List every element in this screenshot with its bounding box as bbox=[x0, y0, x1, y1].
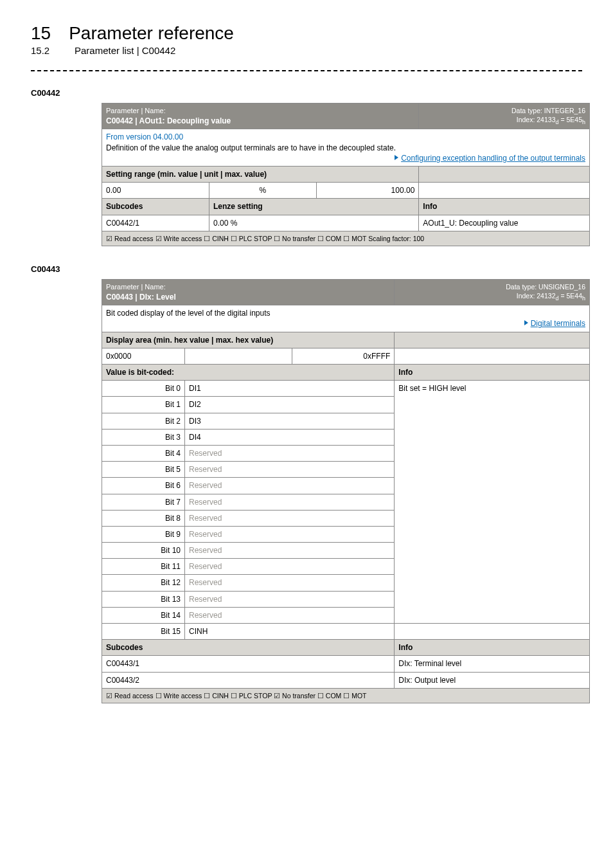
bit-value: DI2 bbox=[185, 397, 395, 413]
display-max: 0xFFFF bbox=[292, 348, 394, 364]
parameter-code-c00443: C00443 bbox=[31, 264, 582, 274]
description-cell: Bit coded display of the level of the di… bbox=[102, 305, 590, 332]
bit-label: Bit 13 bbox=[102, 591, 185, 607]
bit-label: Bit 0 bbox=[102, 381, 185, 397]
chapter-number: 15 bbox=[31, 23, 51, 44]
parameter-name-label: Parameter | Name: bbox=[106, 106, 414, 116]
bit-value: Reserved bbox=[185, 543, 395, 559]
subcode-cell: C00443/1 bbox=[102, 656, 395, 672]
data-type: Data type: UNSIGNED_16 bbox=[398, 282, 585, 291]
lenze-value-cell: 0.00 % bbox=[209, 215, 418, 231]
bit-label: Bit 11 bbox=[102, 559, 185, 575]
bit-label: Bit 3 bbox=[102, 429, 185, 445]
bit-value: Reserved bbox=[185, 526, 395, 542]
subchapter-title: Parameter list | C00442 bbox=[75, 45, 175, 56]
bit-value: Reserved bbox=[185, 494, 395, 510]
description-text: Definition of the value the analog outpu… bbox=[106, 143, 585, 153]
setting-max: 100.00 bbox=[316, 183, 418, 199]
link-configuring-exception[interactable]: Configuring exception handling of the ou… bbox=[401, 154, 585, 163]
parameter-name-value: C00442 | AOut1: Decoupling value bbox=[106, 116, 414, 126]
info-value-cell: AOut1_U: Decoupling value bbox=[419, 215, 590, 231]
setting-min: 0.00 bbox=[102, 183, 209, 199]
version-text: From version 04.00.00 bbox=[106, 132, 585, 142]
description-text: Bit coded display of the level of the di… bbox=[106, 308, 585, 318]
divider-line bbox=[31, 70, 582, 71]
setting-range-header: Setting range (min. value | unit | max. … bbox=[102, 166, 419, 182]
link-digital-terminals[interactable]: Digital terminals bbox=[531, 319, 585, 328]
bit-value: Reserved bbox=[185, 445, 395, 461]
bit-value: Reserved bbox=[185, 591, 395, 607]
table-header-right: Data type: UNSIGNED_16 Index: 24132d = 5… bbox=[395, 279, 590, 305]
subcode-info-cell: DIx: Output level bbox=[395, 672, 590, 688]
bit-coded-header: Value is bit-coded: bbox=[102, 365, 395, 381]
chapter-title: Parameter reference bbox=[69, 23, 234, 44]
subcodes-header: Subcodes bbox=[102, 199, 209, 215]
triangle-icon bbox=[395, 155, 398, 160]
bit-value: Reserved bbox=[185, 510, 395, 526]
lenze-setting-header: Lenze setting bbox=[209, 199, 418, 215]
bit-label: Bit 14 bbox=[102, 607, 185, 623]
subcode-cell: C00443/2 bbox=[102, 672, 395, 688]
bit-label: Bit 5 bbox=[102, 462, 185, 478]
empty-cell bbox=[395, 348, 590, 364]
display-area-header: Display area (min. hex value | max. hex … bbox=[102, 332, 395, 348]
empty-cell bbox=[395, 624, 590, 640]
bit-label: Bit 8 bbox=[102, 510, 185, 526]
bit-value: Reserved bbox=[185, 607, 395, 623]
empty-cell bbox=[395, 332, 590, 348]
bit-label: Bit 10 bbox=[102, 543, 185, 559]
bit-value: DI1 bbox=[185, 381, 395, 397]
table-header-right: Data type: INTEGER_16 Index: 24133d = 5E… bbox=[419, 104, 590, 129]
bit-label: Bit 7 bbox=[102, 494, 185, 510]
setting-unit: % bbox=[209, 183, 316, 199]
bit-value: Reserved bbox=[185, 478, 395, 494]
subcode-cell: C00442/1 bbox=[102, 215, 209, 231]
table-c00443: Parameter | Name: C00443 | DIx: Level Da… bbox=[102, 279, 590, 703]
info-header: Info bbox=[395, 640, 590, 656]
index-value: Index: 24133d = 5E45h bbox=[423, 115, 585, 126]
index-value: Index: 24132d = 5E44h bbox=[398, 291, 585, 302]
bit-label: Bit 12 bbox=[102, 575, 185, 591]
parameter-name-value: C00443 | DIx: Level bbox=[106, 292, 390, 302]
bit-value: Reserved bbox=[185, 575, 395, 591]
bit-label: Bit 1 bbox=[102, 397, 185, 413]
bit-value: Reserved bbox=[185, 559, 395, 575]
bit-label: Bit 9 bbox=[102, 526, 185, 542]
subcode-info-cell: DIx: Terminal level bbox=[395, 656, 590, 672]
access-footer: ☑ Read access ☐ Write access ☐ CINH ☐ PL… bbox=[102, 688, 590, 703]
description-cell: From version 04.00.00 Definition of the … bbox=[102, 129, 590, 167]
access-footer: ☑ Read access ☑ Write access ☐ CINH ☐ PL… bbox=[102, 231, 590, 246]
info-header: Info bbox=[419, 199, 590, 215]
data-type: Data type: INTEGER_16 bbox=[423, 106, 585, 115]
triangle-icon bbox=[524, 320, 528, 325]
empty-cell bbox=[185, 348, 292, 364]
bit-value: DI3 bbox=[185, 413, 395, 429]
subchapter-heading: 15.2 Parameter list | C00442 bbox=[31, 45, 582, 56]
bit-label: Bit 15 bbox=[102, 624, 185, 640]
table-header-left: Parameter | Name: C00442 | AOut1: Decoup… bbox=[102, 104, 419, 129]
bit-info: Bit set = HIGH level bbox=[395, 381, 590, 624]
empty-cell bbox=[419, 183, 590, 199]
bit-value: Reserved bbox=[185, 462, 395, 478]
parameter-name-label: Parameter | Name: bbox=[106, 282, 390, 292]
bit-value: CINH bbox=[185, 624, 395, 640]
empty-cell bbox=[419, 166, 590, 182]
bit-label: Bit 2 bbox=[102, 413, 185, 429]
parameter-code-c00442: C00442 bbox=[31, 88, 582, 98]
table-header-left: Parameter | Name: C00443 | DIx: Level bbox=[102, 279, 395, 305]
subchapter-number: 15.2 bbox=[31, 45, 57, 56]
bit-value: DI4 bbox=[185, 429, 395, 445]
chapter-heading: 15 Parameter reference bbox=[31, 23, 582, 44]
info-header: Info bbox=[395, 365, 590, 381]
display-min: 0x0000 bbox=[102, 348, 185, 364]
table-c00442: Parameter | Name: C00442 | AOut1: Decoup… bbox=[102, 103, 590, 246]
subcodes-header: Subcodes bbox=[102, 640, 395, 656]
bit-label: Bit 4 bbox=[102, 445, 185, 461]
bit-label: Bit 6 bbox=[102, 478, 185, 494]
